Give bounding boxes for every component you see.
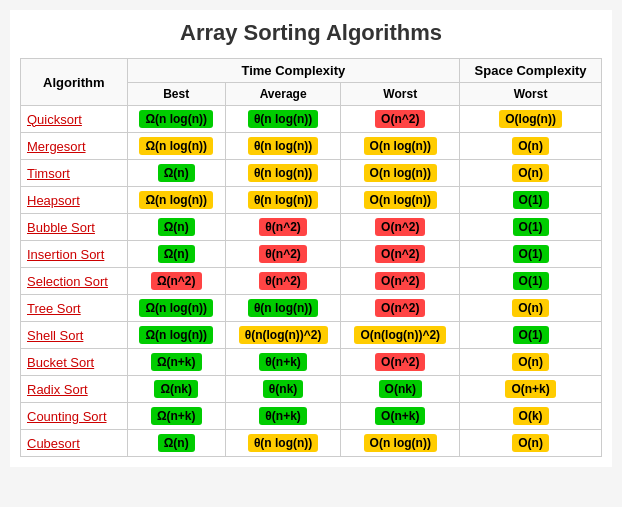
algorithm-name[interactable]: Tree Sort [21,295,128,322]
average-badge: θ(n^2) [259,272,307,290]
worst-space-badge: O(n) [512,434,549,452]
table-row: Tree SortΩ(n log(n))θ(n log(n))O(n^2)O(n… [21,295,602,322]
algorithm-name[interactable]: Heapsort [21,187,128,214]
worst-space-badge: O(1) [513,326,549,344]
table-row: Bubble SortΩ(n)θ(n^2)O(n^2)O(1) [21,214,602,241]
algorithm-name[interactable]: Cubesort [21,430,128,457]
algorithm-name[interactable]: Timsort [21,160,128,187]
worst-space-badge: O(k) [513,407,549,425]
algorithm-name[interactable]: Selection Sort [21,268,128,295]
average-badge: θ(n log(n)) [248,110,318,128]
algorithm-name[interactable]: Radix Sort [21,376,128,403]
average-complexity: θ(n(log(n))^2) [225,322,341,349]
time-complexity-header: Time Complexity [127,59,460,83]
best-badge: Ω(n) [158,164,195,182]
best-badge: Ω(nk) [154,380,198,398]
page-title: Array Sorting Algorithms [20,20,602,46]
average-badge: θ(nk) [263,380,303,398]
best-complexity: Ω(n) [127,214,225,241]
average-header: Average [225,83,341,106]
space-complexity-header: Space Complexity [460,59,602,83]
best-badge: Ω(n log(n)) [139,137,213,155]
best-complexity: Ω(n^2) [127,268,225,295]
worst-space-complexity: O(1) [460,241,602,268]
worst-space-complexity: O(1) [460,268,602,295]
algorithm-name[interactable]: Bubble Sort [21,214,128,241]
table-row: HeapsortΩ(n log(n))θ(n log(n))O(n log(n)… [21,187,602,214]
best-badge: Ω(n log(n)) [139,191,213,209]
best-badge: Ω(n^2) [151,272,202,290]
best-complexity: Ω(n) [127,430,225,457]
average-complexity: θ(n^2) [225,268,341,295]
best-badge: Ω(n log(n)) [139,110,213,128]
table-row: Radix SortΩ(nk)θ(nk)O(nk)O(n+k) [21,376,602,403]
worst-space-badge: O(n+k) [505,380,555,398]
algorithm-name[interactable]: Quicksort [21,106,128,133]
worst-time-badge: O(n^2) [375,110,425,128]
average-badge: θ(n+k) [259,353,307,371]
worst-time-complexity: O(n^2) [341,214,460,241]
worst-time-badge: O(n^2) [375,353,425,371]
table-row: TimsortΩ(n)θ(n log(n))O(n log(n))O(n) [21,160,602,187]
worst-space-complexity: O(1) [460,322,602,349]
worst-time-badge: O(n+k) [375,407,425,425]
best-badge: Ω(n log(n)) [139,299,213,317]
algorithm-header: Algorithm [21,59,128,106]
worst-space-badge: O(1) [513,245,549,263]
table-row: Counting SortΩ(n+k)θ(n+k)O(n+k)O(k) [21,403,602,430]
best-header: Best [127,83,225,106]
best-badge: Ω(n) [158,434,195,452]
average-badge: θ(n^2) [259,218,307,236]
table-row: CubesortΩ(n)θ(n log(n))O(n log(n))O(n) [21,430,602,457]
worst-time-complexity: O(n log(n)) [341,430,460,457]
average-complexity: θ(n log(n)) [225,160,341,187]
best-complexity: Ω(nk) [127,376,225,403]
worst-time-badge: O(n log(n)) [364,434,437,452]
average-badge: θ(n log(n)) [248,164,318,182]
worst-space-complexity: O(log(n)) [460,106,602,133]
algorithm-name[interactable]: Shell Sort [21,322,128,349]
algorithm-name[interactable]: Bucket Sort [21,349,128,376]
average-badge: θ(n(log(n))^2) [239,326,328,344]
worst-time-complexity: O(n^2) [341,349,460,376]
worst-time-badge: O(n log(n)) [364,137,437,155]
worst-time-complexity: O(n log(n)) [341,160,460,187]
worst-space-badge: O(1) [513,218,549,236]
best-badge: Ω(n+k) [151,407,202,425]
worst-time-badge: O(n log(n)) [364,191,437,209]
average-complexity: θ(nk) [225,376,341,403]
algorithm-name[interactable]: Mergesort [21,133,128,160]
best-complexity: Ω(n log(n)) [127,322,225,349]
best-badge: Ω(n) [158,218,195,236]
best-badge: Ω(n) [158,245,195,263]
best-complexity: Ω(n log(n)) [127,133,225,160]
worst-space-header: Worst [460,83,602,106]
worst-space-complexity: O(n) [460,430,602,457]
worst-space-complexity: O(1) [460,187,602,214]
best-complexity: Ω(n+k) [127,403,225,430]
algorithm-name[interactable]: Counting Sort [21,403,128,430]
best-badge: Ω(n+k) [151,353,202,371]
best-complexity: Ω(n) [127,160,225,187]
average-complexity: θ(n log(n)) [225,187,341,214]
table-row: Insertion SortΩ(n)θ(n^2)O(n^2)O(1) [21,241,602,268]
table-row: Selection SortΩ(n^2)θ(n^2)O(n^2)O(1) [21,268,602,295]
worst-space-complexity: O(1) [460,214,602,241]
worst-space-complexity: O(n) [460,295,602,322]
best-complexity: Ω(n+k) [127,349,225,376]
worst-time-complexity: O(n log(n)) [341,133,460,160]
average-badge: θ(n log(n)) [248,299,318,317]
table-row: Shell SortΩ(n log(n))θ(n(log(n))^2)O(n(l… [21,322,602,349]
worst-time-header: Worst [341,83,460,106]
best-complexity: Ω(n) [127,241,225,268]
algorithm-name[interactable]: Insertion Sort [21,241,128,268]
average-complexity: θ(n log(n)) [225,430,341,457]
average-complexity: θ(n log(n)) [225,295,341,322]
average-complexity: θ(n log(n)) [225,133,341,160]
average-badge: θ(n log(n)) [248,191,318,209]
algorithm-table: Algorithm Time Complexity Space Complexi… [20,58,602,457]
worst-time-complexity: O(n+k) [341,403,460,430]
worst-time-badge: O(n(log(n))^2) [354,326,446,344]
main-container: Array Sorting Algorithms Algorithm Time … [10,10,612,467]
average-badge: θ(n+k) [259,407,307,425]
